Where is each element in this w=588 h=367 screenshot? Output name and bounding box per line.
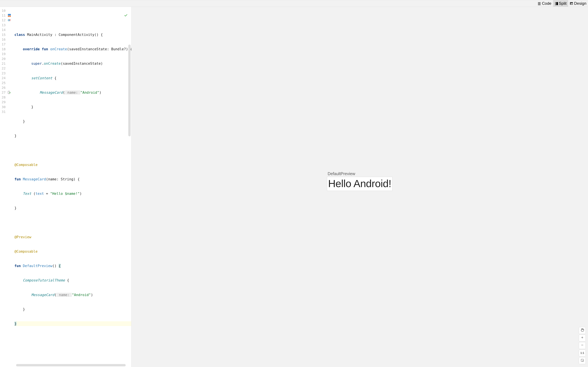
- line-number: 21: [2, 62, 6, 66]
- line-number: 12: [2, 18, 6, 22]
- gutter-line[interactable]: 14: [0, 27, 14, 32]
- code-line: fun DefaultPreview() {: [14, 263, 131, 268]
- code-line: }: [14, 321, 131, 326]
- gutter: 1011<>1213141516171819202122232425262728…: [0, 7, 14, 367]
- preview-panel: DefaultPreview Hello Android!: [131, 7, 588, 367]
- code-line: ComposeTutorialTheme {: [14, 278, 131, 283]
- svg-rect-16: [8, 91, 10, 94]
- run-preview-icon[interactable]: [8, 91, 11, 94]
- preview-title: DefaultPreview: [327, 171, 392, 176]
- gutter-line[interactable]: 15: [0, 32, 14, 37]
- line-number: 19: [2, 52, 6, 56]
- code-line: Text (text = "Hello $name!"): [14, 191, 131, 196]
- lines-icon: [538, 2, 541, 5]
- hand-icon: [580, 328, 584, 333]
- line-number: 31: [2, 110, 6, 114]
- code-line: }: [14, 206, 131, 210]
- tab-code[interactable]: Code: [536, 0, 553, 7]
- line-number: 11: [2, 13, 6, 17]
- plus-icon: [581, 336, 584, 340]
- code-area[interactable]: class MainActivity : ComponentActivity()…: [14, 7, 131, 367]
- gutter-line[interactable]: 20: [0, 56, 14, 61]
- code-line: }: [14, 119, 131, 124]
- gutter-line[interactable]: 26: [0, 85, 14, 90]
- preview-text: Hello Android!: [328, 178, 391, 189]
- check-icon: [103, 9, 128, 23]
- line-number: 28: [2, 95, 6, 99]
- code-line: @Composable: [14, 249, 131, 254]
- gutter-line[interactable]: 29: [0, 100, 14, 104]
- image-icon: [570, 2, 573, 5]
- tab-code-label: Code: [542, 1, 551, 6]
- line-number: 17: [2, 42, 6, 46]
- code-line: @Preview: [14, 235, 131, 239]
- minus-icon: [581, 343, 584, 348]
- zoom-reset-button[interactable]: 1:1: [579, 350, 586, 357]
- code-line: class MainActivity : ComponentActivity()…: [14, 32, 131, 37]
- tab-design[interactable]: Design: [568, 0, 588, 7]
- svg-point-15: [9, 20, 9, 20]
- line-number: 13: [2, 23, 6, 27]
- svg-text:<>: <>: [9, 16, 10, 17]
- split-icon: [555, 2, 558, 5]
- zoom-in-button[interactable]: [579, 334, 586, 342]
- line-number: 14: [2, 28, 6, 32]
- override-icon: [8, 18, 11, 22]
- code-line: @Composable: [14, 162, 131, 167]
- line-number: 18: [2, 47, 6, 51]
- gutter-line[interactable]: 17: [0, 42, 14, 47]
- svg-marker-17: [9, 92, 11, 93]
- fit-icon: [581, 359, 584, 363]
- zoom-out-button[interactable]: [579, 342, 586, 349]
- svg-rect-8: [556, 2, 558, 5]
- gutter-line[interactable]: 21: [0, 61, 14, 66]
- line-number: 29: [2, 100, 6, 104]
- tab-split[interactable]: Split: [553, 0, 568, 7]
- line-number: 15: [2, 33, 6, 37]
- code-line: fun MessageCard(name: String) {: [14, 177, 131, 182]
- pan-button[interactable]: [579, 327, 586, 334]
- gutter-line[interactable]: 30: [0, 105, 14, 109]
- zoom-fit-button[interactable]: [579, 357, 586, 364]
- gutter-line[interactable]: 13: [0, 23, 14, 27]
- gutter-line[interactable]: 10: [0, 8, 14, 13]
- code-line: }: [14, 307, 131, 312]
- line-number: 25: [2, 81, 6, 85]
- gutter-line[interactable]: 27: [0, 90, 14, 95]
- line-number: 16: [2, 38, 6, 42]
- gutter-line[interactable]: 23: [0, 71, 14, 75]
- line-number: 26: [2, 86, 6, 90]
- preview-surface[interactable]: Hello Android!: [327, 177, 392, 191]
- gutter-line[interactable]: 22: [0, 66, 14, 71]
- zoom-toolbar: 1:1: [579, 327, 586, 364]
- line-number: 10: [2, 9, 6, 13]
- gutter-line[interactable]: 11<>: [0, 13, 14, 18]
- line-number: 23: [2, 71, 6, 75]
- gutter-line[interactable]: 18: [0, 47, 14, 51]
- horizontal-scrollbar[interactable]: [16, 364, 126, 366]
- tab-split-label: Split: [559, 1, 567, 6]
- tab-design-label: Design: [574, 1, 586, 6]
- gutter-line[interactable]: 31: [0, 109, 14, 114]
- gutter-line[interactable]: 24: [0, 75, 14, 80]
- view-mode-tabs: Code Split Design: [0, 0, 588, 7]
- code-line: [14, 220, 131, 225]
- code-editor-panel: 1011<>1213141516171819202122232425262728…: [0, 7, 131, 367]
- gutter-line[interactable]: 19: [0, 52, 14, 56]
- code-line: override fun onCreate(savedInstanceState…: [14, 47, 131, 51]
- code-line: }: [14, 133, 131, 138]
- one-to-one-label: 1:1: [580, 352, 584, 355]
- gutter-line[interactable]: 12: [0, 18, 14, 23]
- code-line: setContent {: [14, 76, 131, 80]
- code-line: [14, 148, 131, 153]
- line-number: 30: [2, 105, 6, 109]
- gutter-line[interactable]: 25: [0, 80, 14, 85]
- gutter-line[interactable]: 16: [0, 37, 14, 42]
- code-line: MessageCard( name: "Android"): [14, 90, 131, 95]
- line-number: 20: [2, 57, 6, 61]
- code-line: MessageCard( name: "Android"): [14, 292, 131, 297]
- code-line: }: [14, 105, 131, 109]
- gutter-line[interactable]: 28: [0, 95, 14, 100]
- svg-rect-11: [8, 14, 11, 15]
- vertical-scrollbar[interactable]: [128, 45, 130, 136]
